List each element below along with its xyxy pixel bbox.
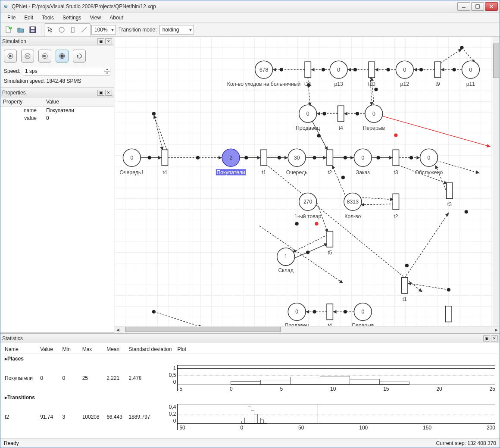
- open-file-icon[interactable]: [15, 24, 26, 35]
- svg-marker-100: [475, 170, 479, 174]
- stats-cell-max: 100208: [80, 402, 104, 432]
- svg-point-122: [344, 310, 347, 313]
- vscroll-thumb[interactable]: [493, 44, 499, 78]
- speed-input[interactable]: 1 sps ▲▼: [23, 67, 110, 75]
- svg-point-25: [280, 68, 283, 71]
- menu-settings[interactable]: Settings: [58, 13, 85, 22]
- stats-cell-value: 91.74: [38, 402, 59, 432]
- svg-point-65: [148, 156, 151, 160]
- svg-rect-161: [327, 304, 333, 320]
- svg-marker-33: [375, 68, 378, 71]
- place-tool-icon[interactable]: [56, 24, 67, 35]
- svg-text:1-ый товар: 1-ый товар: [294, 213, 321, 219]
- svg-text:678: 678: [259, 67, 269, 73]
- status-step: Current step: 132 408 370: [436, 440, 496, 446]
- stats-row[interactable]: t2 91.74 3 100208 66.443 1889.797 0,40,2…: [2, 402, 498, 432]
- svg-marker-27: [311, 68, 314, 71]
- properties-header-property[interactable]: Property: [0, 97, 44, 107]
- stats-header-name[interactable]: Name: [2, 345, 38, 354]
- close-button[interactable]: [485, 2, 498, 11]
- stats-section-places[interactable]: ▸Places: [2, 354, 498, 364]
- property-row[interactable]: name Покупатели: [0, 107, 114, 115]
- minimize-button[interactable]: [457, 2, 470, 11]
- svg-marker-73: [284, 156, 288, 160]
- stats-row[interactable]: Покупатели 0 0 25 2.221 2.478 10,50-5051…: [2, 363, 498, 393]
- arc-tool-icon[interactable]: [78, 24, 90, 35]
- stats-header-plot[interactable]: Plot: [175, 345, 498, 354]
- status-ready: Ready: [4, 440, 436, 446]
- stats-header-min[interactable]: Min: [59, 345, 79, 354]
- property-value: 0: [44, 114, 114, 122]
- stats-header-std[interactable]: Standard deviation: [126, 345, 175, 354]
- simulation-info: Simulation speed: 1842.48 SPMS: [4, 78, 110, 84]
- svg-marker-67: [219, 156, 222, 160]
- transition-tool-icon[interactable]: [67, 24, 78, 35]
- zoom-value: 100%: [94, 27, 108, 33]
- panel-dock-icon[interactable]: ▣: [97, 90, 104, 96]
- svg-text:0: 0: [130, 155, 133, 161]
- zoom-select[interactable]: 100%: [91, 25, 116, 34]
- properties-table: Property Value name Покупатели value 0: [0, 97, 114, 122]
- statistics-body: Name Value Min Max Mean Standard deviati…: [0, 343, 500, 438]
- stats-header-max[interactable]: Max: [80, 345, 104, 354]
- svg-marker-82: [389, 156, 393, 160]
- speed-spinner[interactable]: ▲▼: [104, 67, 110, 75]
- stats-header-mean[interactable]: Mean: [104, 345, 126, 354]
- hscroll-track[interactable]: [121, 327, 493, 333]
- svg-rect-8: [31, 27, 34, 29]
- pointer-tool-icon[interactable]: [45, 24, 56, 35]
- stats-section-transitions[interactable]: ▸Transitions: [2, 393, 498, 402]
- petri-net-canvas[interactable]: t11t10t9t4t4t1t2t3t3t2t5t1t4678Кол-во ух…: [114, 37, 493, 326]
- menu-edit[interactable]: Edit: [20, 13, 38, 22]
- horizontal-scrollbar[interactable]: ◀ ▶: [114, 326, 500, 333]
- canvas-area: t11t10t9t4t4t1t2t3t3t2t5t1t4678Кол-во ух…: [114, 37, 500, 333]
- hscroll-thumb[interactable]: [125, 327, 281, 332]
- panel-close-icon[interactable]: ✕: [491, 335, 498, 341]
- svg-text:Склад: Склад: [278, 267, 293, 273]
- svg-text:0: 0: [361, 155, 364, 161]
- save-icon[interactable]: [27, 24, 38, 35]
- svg-line-109: [359, 197, 394, 200]
- stats-cell-min: 3: [59, 402, 79, 432]
- panel-close-icon[interactable]: ✕: [105, 90, 112, 96]
- svg-line-113: [292, 235, 328, 252]
- speed-value: 1 sps: [25, 68, 38, 74]
- panel-dock-icon[interactable]: ▣: [483, 335, 490, 341]
- step-button[interactable]: [38, 50, 51, 63]
- svg-point-37: [419, 68, 423, 71]
- play-button[interactable]: [21, 50, 34, 63]
- svg-text:t3: t3: [394, 169, 398, 175]
- play-fast-button[interactable]: [4, 50, 17, 63]
- hscroll-right-icon[interactable]: ▶: [493, 327, 500, 333]
- property-row[interactable]: value 0: [0, 114, 114, 122]
- panel-close-icon[interactable]: ✕: [105, 38, 112, 44]
- svg-point-71: [244, 156, 248, 160]
- new-file-icon[interactable]: +: [3, 24, 14, 35]
- stats-cell-mean: 66.443: [104, 402, 126, 432]
- stop-button[interactable]: [56, 50, 69, 63]
- menu-file[interactable]: File: [3, 13, 20, 22]
- svg-text:8313: 8313: [347, 199, 359, 205]
- svg-rect-21: [61, 55, 63, 57]
- menu-tools[interactable]: Tools: [38, 13, 58, 22]
- hscroll-left-icon[interactable]: ◀: [114, 327, 121, 333]
- svg-text:Продавец: Продавец: [296, 125, 320, 131]
- transition-mode-select[interactable]: holding: [159, 25, 194, 34]
- mini-plot-transitions: 0,40,20-50050100150200: [177, 404, 495, 430]
- tool-group: [44, 23, 91, 36]
- svg-line-88: [154, 114, 162, 150]
- toolbar-separator: [41, 25, 41, 34]
- vertical-scrollbar[interactable]: [493, 37, 500, 326]
- menu-about[interactable]: About: [105, 13, 127, 22]
- svg-rect-159: [402, 277, 408, 293]
- svg-rect-9: [31, 30, 34, 32]
- stats-header-value[interactable]: Value: [38, 345, 59, 354]
- panel-dock-icon[interactable]: ▣: [97, 38, 104, 44]
- svg-marker-70: [257, 156, 261, 160]
- stats-cell-name: t2: [2, 402, 38, 432]
- properties-panel-header: Properties ▣ ✕: [0, 88, 114, 97]
- maximize-button[interactable]: [471, 2, 484, 11]
- reset-button[interactable]: [73, 50, 86, 63]
- properties-header-value[interactable]: Value: [44, 97, 114, 107]
- menu-view[interactable]: View: [85, 13, 105, 22]
